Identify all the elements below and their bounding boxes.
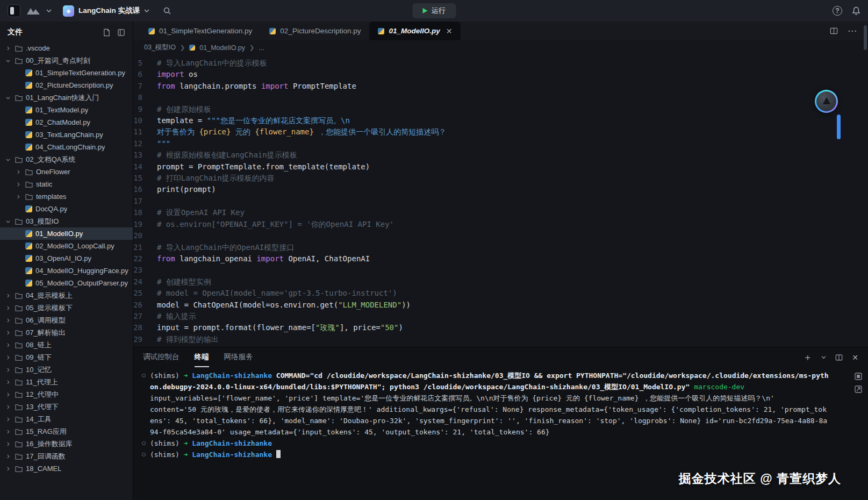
tree-folder-item[interactable]: 09_链下 [0,351,133,363]
item-label: 17_回调函数 [26,452,66,461]
app-logo-icon[interactable] [8,4,20,17]
breadcrumb-file[interactable]: 01_ModelIO.py [199,44,245,52]
chevron-icon [5,342,12,348]
tree-folder-item[interactable]: templates [0,190,133,203]
code-line: 20 [133,230,868,241]
breadcrumb-folder[interactable]: 03_模型IO [144,43,176,52]
project-switcher[interactable]: ◈ LangChain 实战课 [63,5,149,17]
project-name: LangChain 实战课 [78,6,140,16]
tree-folder-item[interactable]: 11_代理上 [0,376,133,388]
line-number: 15 [133,173,157,184]
tree-file-item[interactable]: 04_ChatLongChain.py [0,141,133,153]
tree-folder-item[interactable]: 00_开篇词_奇点时刻 [0,54,133,67]
tree-folder-item[interactable]: 03_模型IO [0,215,133,227]
open-in-editor-icon[interactable] [854,385,863,394]
tree-folder-item[interactable]: 14_工具 [0,413,133,425]
tree-file-item[interactable]: 01_ModelIO.py [0,227,133,240]
maximize-terminal-icon[interactable] [854,372,863,381]
chevron-icon [5,417,12,422]
tree-folder-item[interactable]: OneFlower [0,166,133,178]
line-number: 27 [133,311,157,322]
tree-folder-item[interactable]: 12_代理中 [0,388,133,401]
item-label: .vscode [26,44,50,52]
tree-folder-item[interactable]: .vscode [0,42,133,54]
tab-network-service[interactable]: 网络服务 [224,347,253,367]
tree-file-item[interactable]: 02_ChatModel.py [0,116,133,128]
tree-folder-item[interactable]: 02_文档QA系统 [0,153,133,166]
tree-folder-item[interactable]: 06_调用模型 [0,314,133,326]
folder-icon [15,330,23,336]
collapse-all-icon[interactable] [117,28,125,37]
window-scrollbar-thumb[interactable] [864,25,867,50]
tree-file-item[interactable]: 04_ModelIO_HuggingFace.py [0,265,133,277]
tree-file-item[interactable]: 02_ModelIO_LoopCall.py [0,240,133,252]
code-editor[interactable]: 5# 导入LangChain中的提示模板6import os7from lang… [133,55,868,347]
panel-header: 调试控制台 终端 网络服务 ＋ ✕ [133,347,868,367]
tree-folder-item[interactable]: 13_代理下 [0,401,133,413]
editor-scrollbar-thumb[interactable] [837,115,841,139]
tree-folder-item[interactable]: 05_提示模板下 [0,302,133,314]
tree-folder-item[interactable]: 10_记忆 [0,363,133,376]
line-number: 29 [133,334,157,345]
tree-folder-item[interactable]: 08_链上 [0,339,133,351]
ai-assistant-logo-icon [816,91,836,111]
help-icon[interactable]: ? [833,6,842,16]
editor-tab[interactable]: 01_ModelIO.py✕ [369,22,461,40]
item-label: 00_开篇词_奇点时刻 [26,56,90,66]
code-line: 9# 创建原始模板 [133,104,868,115]
chevron-icon [5,219,12,224]
folder-icon [15,404,23,410]
chevron-icon [16,169,22,175]
tree-folder-item[interactable]: 17_回调函数 [0,450,133,462]
editor-tab[interactable]: 02_PictureDescription.py [261,22,369,40]
split-editor-icon[interactable] [830,27,838,35]
python-icon [25,144,32,151]
terminal-line: (shims) ➜ LangChain-shizhanke COMMAND="c… [142,370,830,392]
line-number: 13 [133,149,157,161]
tree-file-item[interactable]: 05_ModelIO_OutputParser.py [0,277,133,289]
tree-file-item[interactable]: 02_PictureDescription.py [0,79,133,91]
tree-file-item[interactable]: DocQA.py [0,203,133,215]
tree-folder-item[interactable]: 04_提示模板上 [0,289,133,302]
search-icon[interactable] [163,6,171,15]
ai-assistant-button[interactable] [815,90,838,113]
tree-folder-item[interactable]: 01_LangChain快速入门 [0,91,133,104]
close-panel-icon[interactable]: ✕ [852,353,858,362]
tab-terminal[interactable]: 终端 [195,347,209,367]
tree-folder-item[interactable]: 18_CAMEL [0,462,133,475]
chevron-down-icon[interactable] [46,9,52,13]
breadcrumb-separator-icon: ❯ [180,44,185,51]
line-number: 12 [133,138,157,149]
tree-file-item[interactable]: 01_SimpleTextGeneration.py [0,67,133,79]
code-line: 24# 创建模型实例 [133,276,868,288]
split-panel-icon[interactable] [835,354,843,361]
tree-file-item[interactable]: 01_TextModel.py [0,104,133,116]
tree-folder-item[interactable]: 16_操作数据库 [0,438,133,450]
python-icon [25,205,32,212]
breadcrumb-more[interactable]: ... [259,44,264,52]
python-icon [378,28,384,34]
notifications-bell-icon[interactable] [852,6,860,16]
new-terminal-icon[interactable]: ＋ [803,353,812,362]
item-label: 02_ChatModel.py [35,118,90,126]
line-number: 24 [133,276,157,288]
tree-folder-item[interactable]: 15_RAG应用 [0,425,133,438]
new-file-icon[interactable] [103,28,111,37]
tab-debug-console[interactable]: 调试控制台 [143,347,180,367]
tree-file-item[interactable]: 03_OpenAI_IO.py [0,252,133,265]
more-actions-icon[interactable]: ⋯ [848,25,857,37]
python-icon [25,82,32,89]
tree-folder-item[interactable]: static [0,178,133,190]
chevron-down-icon[interactable] [821,356,826,359]
tree-folder-item[interactable]: 07_解析输出 [0,326,133,339]
code-line: 11对于售价为 {price} 元的 {flower_name} ，您能提供一个… [133,126,868,138]
editor-tab[interactable]: 01_SimpleTextGeneration.py [140,22,261,40]
python-icon [25,131,32,138]
line-number: 10 [133,115,157,126]
marscode-logo-icon[interactable] [26,6,40,15]
tree-file-item[interactable]: 03_TextLangChain.py [0,128,133,141]
breadcrumb[interactable]: 03_模型IO ❯ 01_ModelIO.py ❯ ... [133,40,868,55]
run-button[interactable]: 运行 [412,3,456,18]
command-decoration-icon [142,374,146,377]
close-icon[interactable]: ✕ [446,27,453,35]
